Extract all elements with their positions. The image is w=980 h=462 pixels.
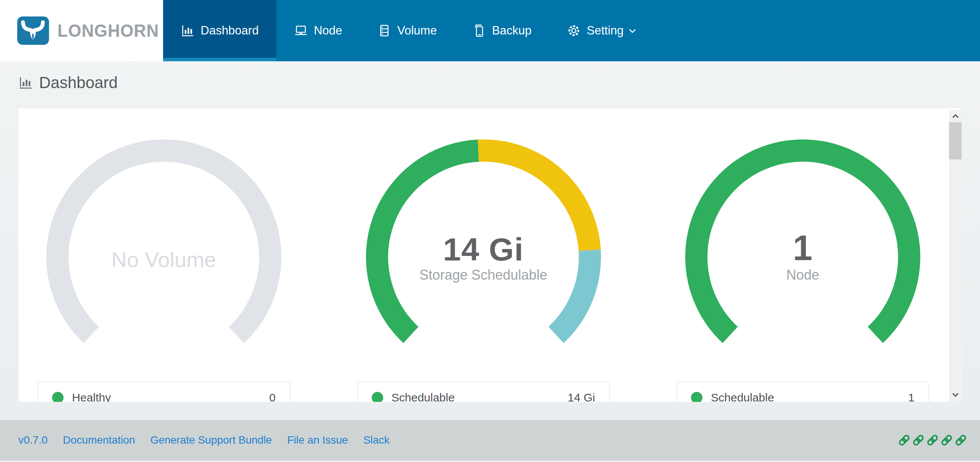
storage-gauge-card: 14 Gi Storage Schedulable Schedulable 14… xyxy=(357,108,610,402)
gauge-segment-gray-empty xyxy=(57,151,270,335)
page-title-text: Dashboard xyxy=(39,74,118,92)
bull-icon xyxy=(17,16,49,45)
legend-label: Healthy xyxy=(72,391,111,402)
link-icon[interactable] xyxy=(926,434,939,446)
nav-label: Dashboard xyxy=(201,24,259,38)
legend-dot xyxy=(372,392,383,402)
node-gauge-label: Node xyxy=(676,267,929,283)
footer-link-documentation[interactable]: Documentation xyxy=(63,434,135,446)
scroll-down-button[interactable] xyxy=(949,390,962,400)
nav-item-setting[interactable]: Setting xyxy=(549,0,655,61)
storage-legend-card: Schedulable 14 Gi xyxy=(357,381,610,402)
nav-item-node[interactable]: Node xyxy=(276,0,360,61)
nav-label: Backup xyxy=(492,24,531,38)
link-icon[interactable] xyxy=(955,434,967,446)
nav-label: Setting xyxy=(587,24,624,38)
brand-logo[interactable]: LONGHORN xyxy=(0,0,163,61)
gauge-columns: No Volume Healthy 0 14 Gi Storage Schedu… xyxy=(38,108,929,402)
legend-row-schedulable-node[interactable]: Schedulable 1 xyxy=(677,382,928,402)
copy-icon xyxy=(472,24,486,38)
nav-item-volume[interactable]: Volume xyxy=(360,0,454,61)
footer-link-support-bundle[interactable]: Generate Support Bundle xyxy=(150,434,272,446)
footer-link-version[interactable]: v0.7.0 xyxy=(18,434,47,446)
database-icon xyxy=(377,24,391,38)
nav-item-dashboard[interactable]: Dashboard xyxy=(163,0,276,61)
legend-value: 0 xyxy=(269,391,276,402)
brand-wordmark: LONGHORN xyxy=(57,20,159,41)
storage-gauge-value: 14 Gi xyxy=(357,231,610,268)
dashboard-panel: No Volume Healthy 0 14 Gi Storage Schedu… xyxy=(18,108,962,402)
nav-label: Volume xyxy=(397,24,437,38)
link-icon[interactable] xyxy=(912,434,924,446)
chevron-down-icon xyxy=(952,393,959,397)
legend-dot xyxy=(691,392,702,402)
bar-chart-icon xyxy=(18,75,33,90)
legend-dot xyxy=(52,392,64,402)
scroll-up-button[interactable] xyxy=(949,111,962,121)
storage-gauge-label: Storage Schedulable xyxy=(357,267,610,283)
scrollbar-thumb[interactable] xyxy=(949,122,962,159)
volume-legend-card: Healthy 0 xyxy=(38,381,290,402)
bar-chart-icon xyxy=(181,24,194,38)
main-nav: Dashboard Node Volume xyxy=(163,0,980,61)
gear-icon xyxy=(567,24,581,38)
panel-scrollbar[interactable] xyxy=(949,110,962,402)
volume-gauge-empty-text: No Volume xyxy=(38,247,290,272)
legend-label: Schedulable xyxy=(392,391,455,402)
footer-link-icons xyxy=(898,434,967,446)
volume-gauge-card: No Volume Healthy 0 xyxy=(38,108,290,402)
node-gauge-value: 1 xyxy=(676,228,929,268)
nav-label: Node xyxy=(314,24,342,38)
footer-link-slack[interactable]: Slack xyxy=(363,434,389,446)
chevron-down-icon xyxy=(627,26,637,36)
legend-value: 1 xyxy=(908,391,915,402)
legend-row-healthy[interactable]: Healthy 0 xyxy=(38,382,289,402)
nav-item-backup[interactable]: Backup xyxy=(454,0,549,61)
node-legend-card: Schedulable 1 xyxy=(676,381,929,402)
link-icon[interactable] xyxy=(941,434,953,446)
legend-value: 14 Gi xyxy=(568,391,595,402)
legend-row-schedulable-storage[interactable]: Schedulable 14 Gi xyxy=(358,382,609,402)
page-title: Dashboard xyxy=(18,74,118,92)
legend-label: Schedulable xyxy=(711,391,774,402)
top-nav-bar: LONGHORN Dashboard Node xyxy=(0,0,980,61)
laptop-icon xyxy=(294,24,308,38)
chevron-up-icon xyxy=(952,114,959,118)
footer-link-file-issue[interactable]: File an Issue xyxy=(287,434,348,446)
node-gauge-card: 1 Node Schedulable 1 xyxy=(676,108,929,402)
link-icon[interactable] xyxy=(898,434,910,446)
footer-bar: v0.7.0 Documentation Generate Support Bu… xyxy=(0,420,980,460)
